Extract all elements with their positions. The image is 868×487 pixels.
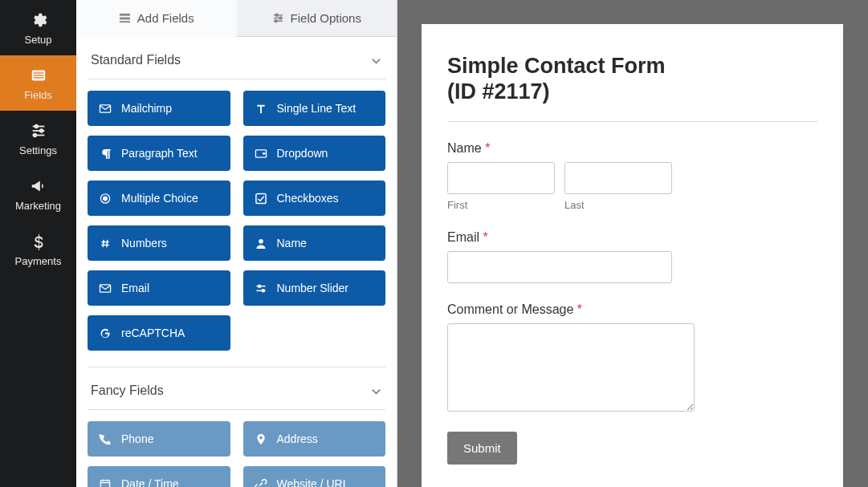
svg-line-26 bbox=[103, 239, 104, 246]
field-panel: Add Fields Field Options Standard Fields… bbox=[76, 0, 397, 487]
field-mailchimp[interactable]: Mailchimp bbox=[88, 91, 230, 126]
field-label: Number Slider bbox=[277, 282, 348, 294]
nav-label: Payments bbox=[15, 255, 62, 267]
group-heading: Standard Fields bbox=[91, 53, 181, 67]
field-name[interactable]: Name bbox=[243, 225, 386, 261]
field-label: Phone bbox=[121, 432, 153, 445]
nav-settings[interactable]: Settings bbox=[0, 111, 76, 166]
check-icon bbox=[255, 193, 267, 205]
tab-label: Field Options bbox=[291, 11, 361, 25]
standard-field-grid: Mailchimp Single Line Text Paragraph Tex… bbox=[88, 91, 385, 351]
field-number-slider[interactable]: Number Slider bbox=[243, 270, 386, 306]
svg-rect-34 bbox=[100, 480, 109, 487]
sliders-icon bbox=[255, 282, 267, 294]
required-mark: * bbox=[485, 141, 490, 155]
group-heading: Fancy Fields bbox=[91, 384, 164, 398]
nav-marketing[interactable]: Marketing bbox=[0, 166, 76, 221]
field-single-line-text[interactable]: Single Line Text bbox=[243, 91, 386, 126]
svg-rect-3 bbox=[33, 77, 43, 78]
tab-add-fields[interactable]: Add Fields bbox=[76, 0, 237, 37]
svg-point-7 bbox=[39, 129, 43, 132]
svg-point-16 bbox=[279, 17, 281, 19]
svg-rect-19 bbox=[100, 104, 110, 112]
field-label: Paragraph Text bbox=[121, 147, 198, 160]
nav-label: Setup bbox=[25, 34, 52, 46]
panel-scroll[interactable]: Standard Fields Mailchimp Single Line Te… bbox=[76, 37, 397, 487]
g-icon bbox=[99, 327, 112, 339]
field-label: reCAPTCHA bbox=[121, 327, 185, 339]
pin-icon bbox=[255, 433, 267, 445]
field-dropdown[interactable]: Dropdown bbox=[243, 136, 386, 171]
svg-point-22 bbox=[104, 197, 108, 201]
field-email[interactable]: Email bbox=[88, 270, 230, 306]
chevron-down-icon bbox=[370, 55, 382, 67]
field-label: Multiple Choice bbox=[121, 192, 198, 205]
nav-payments[interactable]: Payments bbox=[0, 221, 76, 277]
tab-label: Add Fields bbox=[137, 11, 194, 25]
form-title-line2: (ID #2117) bbox=[447, 79, 550, 103]
nav-fields[interactable]: Fields bbox=[0, 55, 76, 111]
calendar-icon bbox=[99, 478, 112, 488]
sliders-icon bbox=[30, 122, 47, 140]
input-comment[interactable] bbox=[447, 323, 695, 412]
form-preview: Simple Contact Form (ID #2117) Name * Fi… bbox=[422, 24, 843, 487]
field-address[interactable]: Address bbox=[243, 421, 386, 457]
svg-rect-12 bbox=[120, 21, 130, 22]
tab-field-options[interactable]: Field Options bbox=[237, 0, 397, 36]
field-recaptcha[interactable]: reCAPTCHA bbox=[88, 315, 230, 351]
field-paragraph-text[interactable]: Paragraph Text bbox=[88, 136, 230, 171]
submit-button[interactable]: Submit bbox=[447, 432, 517, 465]
svg-rect-2 bbox=[33, 75, 43, 75]
svg-rect-1 bbox=[33, 72, 43, 73]
field-multiple-choice[interactable]: Multiple Choice bbox=[88, 181, 230, 216]
input-first-name[interactable] bbox=[447, 162, 555, 194]
field-phone[interactable]: Phone bbox=[88, 421, 230, 457]
svg-point-33 bbox=[262, 289, 264, 291]
svg-rect-10 bbox=[120, 14, 130, 16]
main-nav: Setup Fields Settings Marketing Payments bbox=[0, 0, 76, 487]
nav-label: Fields bbox=[24, 89, 52, 101]
form-title: Simple Contact Form (ID #2117) bbox=[447, 53, 817, 122]
field-label: Dropdown bbox=[277, 147, 328, 160]
field-label: Address bbox=[277, 432, 318, 445]
svg-point-14 bbox=[275, 14, 278, 16]
field-label: Mailchimp bbox=[121, 102, 172, 115]
text-icon bbox=[255, 103, 267, 115]
preview-stage: Simple Contact Form (ID #2117) Name * Fi… bbox=[397, 0, 868, 487]
field-date-time[interactable]: Date / Time bbox=[88, 466, 230, 487]
sublabel-first: First bbox=[447, 199, 555, 211]
grid-icon bbox=[119, 12, 131, 24]
chevron-down-icon bbox=[370, 385, 382, 397]
bullhorn-icon bbox=[30, 177, 47, 195]
field-numbers[interactable]: Numbers bbox=[88, 225, 230, 261]
panel-tabs: Add Fields Field Options bbox=[76, 0, 397, 37]
group-standard-header[interactable]: Standard Fields bbox=[88, 37, 385, 79]
field-website-url[interactable]: Website / URL bbox=[243, 466, 386, 487]
input-last-name[interactable] bbox=[564, 162, 672, 194]
list-icon bbox=[30, 67, 47, 84]
fancy-field-grid: Phone Address Date / Time Website / URL bbox=[88, 421, 385, 487]
field-comment-wrapper: Comment or Message * bbox=[447, 302, 817, 414]
label-name: Name * bbox=[447, 141, 817, 156]
field-label: Numbers bbox=[121, 237, 167, 250]
input-email[interactable] bbox=[447, 251, 672, 283]
field-label: Email bbox=[121, 282, 149, 294]
required-mark: * bbox=[483, 230, 487, 244]
group-fancy-header[interactable]: Fancy Fields bbox=[88, 367, 385, 410]
envelope-icon bbox=[99, 103, 112, 115]
form-title-line1: Simple Contact Form bbox=[447, 54, 666, 78]
gear-icon bbox=[30, 11, 47, 29]
sliders-icon bbox=[272, 12, 284, 24]
svg-point-31 bbox=[258, 285, 260, 287]
hash-icon bbox=[99, 237, 112, 250]
sublabel-last: Last bbox=[564, 199, 672, 211]
dot-icon bbox=[99, 193, 112, 205]
field-checkboxes[interactable]: Checkboxes bbox=[243, 181, 386, 216]
svg-line-27 bbox=[107, 239, 108, 246]
label-comment: Comment or Message * bbox=[447, 302, 817, 317]
svg-point-9 bbox=[33, 134, 36, 137]
nav-setup[interactable]: Setup bbox=[0, 0, 76, 55]
field-label: Name bbox=[277, 237, 307, 250]
paragraph-icon bbox=[99, 148, 112, 160]
dropdown-icon bbox=[255, 148, 267, 160]
